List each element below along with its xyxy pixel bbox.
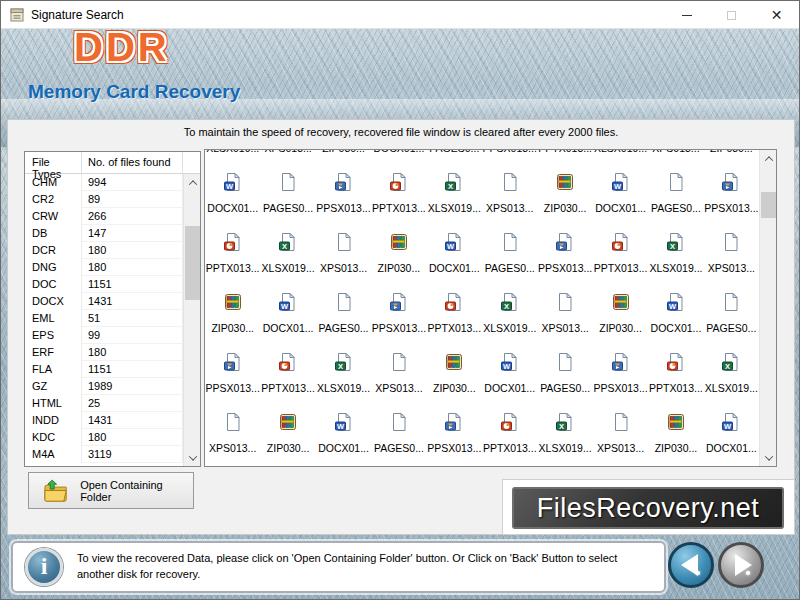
grid-scroll-down-button[interactable] <box>760 449 777 466</box>
file-item[interactable]: PPSX013... <box>704 160 759 220</box>
table-row[interactable]: ERF180 <box>25 344 183 361</box>
file-item[interactable]: PAGES0... <box>260 160 315 220</box>
file-item[interactable]: WDOCX01... <box>648 280 703 340</box>
file-item[interactable]: PAGES0... <box>482 220 537 280</box>
scroll-up-button[interactable] <box>184 174 201 191</box>
file-item[interactable]: PAGES0... <box>371 400 426 460</box>
file-item[interactable]: ZIP030... <box>704 150 759 160</box>
file-item[interactable]: WDOCX01... <box>593 160 648 220</box>
table-row[interactable]: DOC1151 <box>25 276 183 293</box>
file-item[interactable]: WDOCX01... <box>260 280 315 340</box>
file-item[interactable]: WDOCX01... <box>205 160 260 220</box>
table-row[interactable]: CRW266 <box>25 208 183 225</box>
table-row[interactable]: CHM994 <box>25 174 183 191</box>
file-item[interactable]: PPSX013... <box>205 340 260 400</box>
file-item[interactable]: PAGES0... <box>537 340 592 400</box>
file-item[interactable]: PAGES0... <box>648 160 703 220</box>
table-row[interactable]: CR289 <box>25 191 183 208</box>
file-item[interactable]: ZIP030... <box>260 400 315 460</box>
back-button[interactable] <box>668 542 714 588</box>
file-item[interactable]: PPTX013... <box>593 220 648 280</box>
file-item[interactable]: PPTX013... <box>482 400 537 460</box>
table-row[interactable]: M4A3119 <box>25 446 183 463</box>
file-item[interactable]: ZIP030... <box>316 150 371 160</box>
file-item[interactable]: PAGES0... <box>427 150 482 160</box>
file-item-label: PPSX013... <box>538 262 592 274</box>
file-item[interactable]: XPS013... <box>316 220 371 280</box>
table-row[interactable]: DCR180 <box>25 242 183 259</box>
file-item[interactable]: XPS013... <box>371 340 426 400</box>
table-row[interactable]: FLA1151 <box>25 361 183 378</box>
file-item[interactable]: PPTX013... <box>537 150 592 160</box>
file-item[interactable]: XXLSX019... <box>482 280 537 340</box>
file-item[interactable]: PPTX013... <box>427 280 482 340</box>
grid-scroll-up-button[interactable] <box>760 150 777 167</box>
file-item[interactable]: PPSX013... <box>427 400 482 460</box>
table-row[interactable]: HTML25 <box>25 395 183 412</box>
table-scrollbar-thumb[interactable] <box>185 226 200 300</box>
grid-scrollbar[interactable] <box>759 150 776 466</box>
file-item-label: ZIP030... <box>322 150 365 154</box>
file-item[interactable]: ZIP030... <box>371 220 426 280</box>
scroll-down-button[interactable] <box>184 449 201 466</box>
file-item[interactable]: XPS013... <box>704 220 759 280</box>
file-item[interactable]: WDOCX01... <box>371 150 426 160</box>
files-found-cell: 25 <box>82 395 183 412</box>
file-item[interactable]: PPSX013... <box>371 280 426 340</box>
table-row[interactable]: EML51 <box>25 310 183 327</box>
file-item[interactable]: XPS013... <box>537 280 592 340</box>
file-item[interactable]: XXLSX019... <box>648 220 703 280</box>
file-item[interactable]: XXLSX019... <box>427 160 482 220</box>
file-item[interactable]: XXLSX019... <box>704 340 759 400</box>
table-row[interactable]: DNG180 <box>25 259 183 276</box>
file-item-label: PAGES0... <box>485 262 535 274</box>
file-item[interactable]: ZIP030... <box>648 400 703 460</box>
file-item[interactable]: ZIP030... <box>205 280 260 340</box>
column-header-file-types[interactable]: File Types <box>25 152 82 173</box>
file-item[interactable]: XPS013... <box>205 400 260 460</box>
file-item[interactable]: PPTX013... <box>371 160 426 220</box>
file-types-table: File Types No. of files found CHM994CR28… <box>24 151 201 467</box>
scroll-up-icon <box>188 180 196 188</box>
close-button[interactable]: ✕ <box>754 1 799 29</box>
file-item[interactable]: WDOCX01... <box>316 400 371 460</box>
open-containing-folder-button[interactable]: Open Containing Folder <box>28 472 194 509</box>
file-item[interactable]: WDOCX01... <box>482 340 537 400</box>
file-item[interactable]: WDOCX01... <box>427 220 482 280</box>
file-item[interactable]: WDOCX01... <box>704 400 759 460</box>
file-item[interactable]: PPSX013... <box>316 160 371 220</box>
table-row[interactable]: KDC180 <box>25 429 183 446</box>
file-item[interactable]: XPS013... <box>260 150 315 160</box>
close-icon: ✕ <box>771 8 783 22</box>
file-item[interactable]: XPS013... <box>593 400 648 460</box>
file-item[interactable]: PPTX013... <box>648 340 703 400</box>
minimize-button[interactable] <box>664 1 709 29</box>
file-item[interactable]: XXLSX019... <box>593 150 648 160</box>
table-row[interactable]: GZ1989 <box>25 378 183 395</box>
file-item[interactable]: XXLSX019... <box>316 340 371 400</box>
file-item[interactable]: PPTX013... <box>260 340 315 400</box>
file-item[interactable]: XPS013... <box>648 150 703 160</box>
file-item[interactable]: PAGES0... <box>704 280 759 340</box>
table-row[interactable]: DB147 <box>25 225 183 242</box>
file-item[interactable]: PPSX013... <box>482 150 537 160</box>
file-item[interactable]: PPSX013... <box>537 220 592 280</box>
file-item[interactable]: XPS013... <box>482 160 537 220</box>
file-item[interactable]: XXLSX019... <box>260 220 315 280</box>
file-item-label: XPS013... <box>708 262 755 274</box>
table-row[interactable]: INDD1431 <box>25 412 183 429</box>
table-row[interactable]: DOCX1431 <box>25 293 183 310</box>
table-scrollbar[interactable] <box>183 174 200 466</box>
file-item[interactable]: ZIP030... <box>537 160 592 220</box>
file-item[interactable]: XXLSX019... <box>537 400 592 460</box>
column-header-files-found[interactable]: No. of files found <box>82 152 183 173</box>
file-item[interactable]: ZIP030... <box>593 280 648 340</box>
file-item[interactable]: ZIP030... <box>427 340 482 400</box>
powerpoint-show-file-icon <box>389 292 409 314</box>
file-item[interactable]: PPTX013... <box>205 220 260 280</box>
file-item[interactable]: PPSX013... <box>593 340 648 400</box>
file-item[interactable]: PAGES0... <box>316 280 371 340</box>
table-row[interactable]: EPS99 <box>25 327 183 344</box>
file-item[interactable]: XXLSX019... <box>205 150 260 160</box>
grid-scrollbar-thumb[interactable] <box>761 192 776 218</box>
